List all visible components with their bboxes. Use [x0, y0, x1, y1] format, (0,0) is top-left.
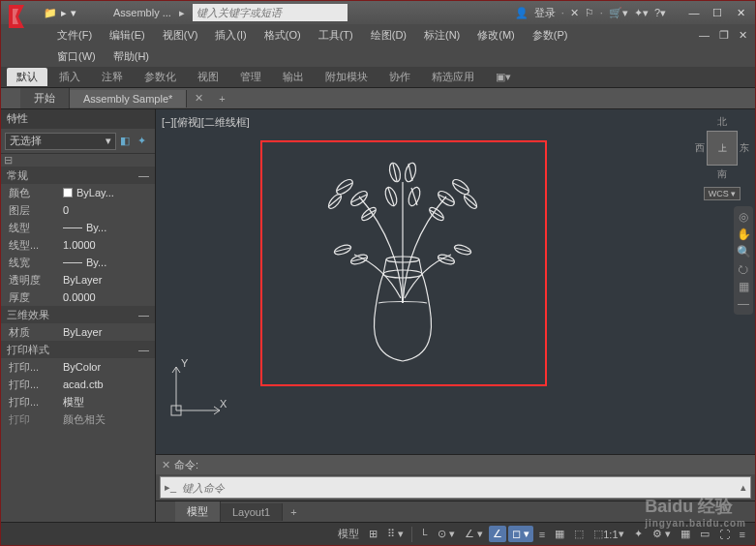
- ribbon-tab-collaborate[interactable]: 协作: [379, 68, 420, 86]
- doc-tab-add-button[interactable]: ✕: [187, 90, 211, 106]
- status-otrack-icon[interactable]: ∠: [489, 526, 506, 542]
- signin-label[interactable]: 登录: [534, 6, 556, 20]
- status-polar-icon[interactable]: ⊙ ▾: [434, 526, 459, 542]
- prop-ltscale[interactable]: 线型...1.0000: [1, 236, 155, 254]
- pan-icon[interactable]: ✋: [737, 228, 751, 241]
- status-lineweight-icon[interactable]: ≡: [535, 527, 549, 542]
- orbit-icon[interactable]: ⭮: [738, 262, 749, 276]
- ribbon-tab-featured[interactable]: 精选应用: [422, 68, 484, 86]
- star-icon[interactable]: ✦▾: [634, 7, 649, 19]
- prop-plotstyle[interactable]: 打印...ByColor: [1, 358, 155, 376]
- help-icon[interactable]: ?▾: [654, 7, 666, 19]
- pin-icon[interactable]: ⊟: [1, 154, 15, 167]
- menu-edit[interactable]: 编辑(E): [102, 26, 153, 45]
- status-isodraft-icon[interactable]: ∠ ▾: [461, 526, 487, 542]
- maximize-button[interactable]: ☐: [707, 5, 728, 20]
- layout-tab-layout1[interactable]: Layout1: [221, 503, 283, 521]
- prop-layer[interactable]: 图层0: [1, 201, 155, 219]
- prop-lineweight[interactable]: 线宽By...: [1, 254, 155, 271]
- title-dropdown-icon[interactable]: ▸: [179, 7, 185, 19]
- prop-material[interactable]: 材质ByLayer: [1, 323, 155, 341]
- collapse-icon[interactable]: —: [138, 309, 149, 320]
- status-annoauto-icon[interactable]: ⚙ ▾: [649, 526, 675, 542]
- cmd-menu-icon[interactable]: ▴: [737, 481, 750, 494]
- doc-tab-assembly[interactable]: Assembly Sample*: [70, 90, 187, 107]
- prop-plottable[interactable]: 打印...acad.ctb: [1, 376, 155, 393]
- status-cleanscreen-icon[interactable]: ⛶: [715, 527, 734, 542]
- search-input[interactable]: [193, 4, 348, 21]
- status-annovis-icon[interactable]: ✦: [630, 526, 647, 542]
- prop-linetype[interactable]: 线型By...: [1, 219, 155, 236]
- minimize-button[interactable]: —: [683, 5, 705, 20]
- viewcube-face[interactable]: 上: [707, 131, 738, 166]
- status-monitor-icon[interactable]: ▭: [696, 526, 713, 542]
- group-plotstyle[interactable]: 打印样式—: [1, 341, 155, 358]
- menu-file[interactable]: 文件(F): [49, 26, 100, 45]
- selection-combo[interactable]: 无选择 ▾: [5, 133, 116, 150]
- collapse-icon[interactable]: —: [138, 169, 149, 181]
- menu-format[interactable]: 格式(O): [257, 26, 309, 45]
- viewport-controls[interactable]: [−][俯视][二维线框]: [162, 115, 250, 130]
- doc-tab-start[interactable]: 开始: [20, 88, 70, 108]
- status-ortho-icon[interactable]: └: [416, 527, 432, 542]
- status-grid-icon[interactable]: ⊞: [365, 526, 381, 542]
- zoom-icon[interactable]: 🔍: [737, 245, 751, 258]
- menu-help[interactable]: 帮助(H): [106, 47, 157, 66]
- cart-icon[interactable]: 🛒▾: [609, 7, 628, 19]
- signin-icon[interactable]: 👤: [515, 7, 529, 19]
- cmd-prompt-icon[interactable]: ▸_: [161, 481, 180, 494]
- showmotion-icon[interactable]: ▦: [739, 280, 749, 293]
- cmd-close-icon[interactable]: ✕: [162, 459, 170, 471]
- ribbon-tab-view[interactable]: 视图: [188, 68, 228, 86]
- menu-draw[interactable]: 绘图(D): [363, 26, 414, 45]
- group-general[interactable]: 常规—: [1, 167, 155, 184]
- status-osnap-icon[interactable]: ◻ ▾: [508, 526, 533, 542]
- recent-icon[interactable]: ▸: [61, 7, 67, 19]
- status-custom-icon[interactable]: ≡: [736, 527, 749, 542]
- nav-expand-icon[interactable]: —: [738, 297, 749, 311]
- ucs-icon[interactable]: Y X: [162, 357, 229, 425]
- qat-dropdown-icon[interactable]: ▾: [71, 7, 76, 19]
- doc-restore-button[interactable]: ❐: [715, 29, 733, 42]
- ribbon-tab-addins[interactable]: 附加模块: [316, 68, 378, 86]
- prop-plotspace[interactable]: 打印...模型: [1, 393, 155, 410]
- command-input[interactable]: [180, 480, 737, 496]
- ribbon-tab-output[interactable]: 输出: [273, 68, 314, 86]
- prop-plotcolor[interactable]: 打印颜色相关: [1, 410, 155, 428]
- menu-modify[interactable]: 修改(M): [469, 26, 523, 45]
- doc-tab-new-button[interactable]: +: [211, 91, 232, 106]
- ribbon-tab-default[interactable]: 默认: [7, 68, 47, 86]
- status-annoscale[interactable]: ⬚ 1:1 ▾: [590, 526, 627, 542]
- prop-transparency[interactable]: 透明度ByLayer: [1, 271, 155, 288]
- viewcube[interactable]: 北 西 上 东 南 WCS ▾: [695, 115, 749, 200]
- group-3d[interactable]: 三维效果—: [1, 306, 155, 323]
- ribbon-expand-icon[interactable]: ▣▾: [486, 69, 521, 85]
- layout-tab-model[interactable]: 模型: [175, 501, 221, 522]
- menu-dimension[interactable]: 标注(N): [416, 26, 468, 45]
- open-icon[interactable]: 📁: [44, 7, 57, 19]
- menu-insert[interactable]: 插入(I): [207, 26, 254, 45]
- app-logo-icon[interactable]: [5, 1, 36, 32]
- fullnav-icon[interactable]: ◎: [739, 210, 748, 224]
- drawing-viewport[interactable]: [−][俯视][二维线框]: [156, 109, 755, 454]
- status-model[interactable]: 模型: [334, 525, 363, 543]
- layout-add-button[interactable]: +: [283, 504, 304, 520]
- prop-color[interactable]: 颜色ByLay...: [1, 184, 155, 201]
- exchange-icon[interactable]: ✕: [570, 7, 579, 19]
- share-icon[interactable]: ⚐: [585, 7, 594, 19]
- prop-thickness[interactable]: 厚度0.0000: [1, 288, 155, 306]
- doc-close-button[interactable]: ✕: [735, 29, 751, 42]
- ribbon-tab-manage[interactable]: 管理: [230, 68, 271, 86]
- doc-minimize-button[interactable]: —: [695, 29, 713, 42]
- quickselect-icon[interactable]: ✦: [137, 135, 151, 148]
- pickadd-icon[interactable]: ◧: [120, 135, 134, 148]
- collapse-icon[interactable]: —: [138, 344, 149, 355]
- close-button[interactable]: ✕: [730, 5, 751, 20]
- ribbon-tab-insert[interactable]: 插入: [49, 68, 90, 86]
- wcs-label[interactable]: WCS ▾: [704, 187, 741, 200]
- menu-parametric[interactable]: 参数(P): [525, 26, 576, 45]
- ribbon-tab-annotate[interactable]: 注释: [92, 68, 133, 86]
- menu-window[interactable]: 窗口(W): [49, 47, 104, 66]
- status-snap-icon[interactable]: ⠿ ▾: [383, 526, 408, 542]
- menu-tools[interactable]: 工具(T): [311, 26, 361, 45]
